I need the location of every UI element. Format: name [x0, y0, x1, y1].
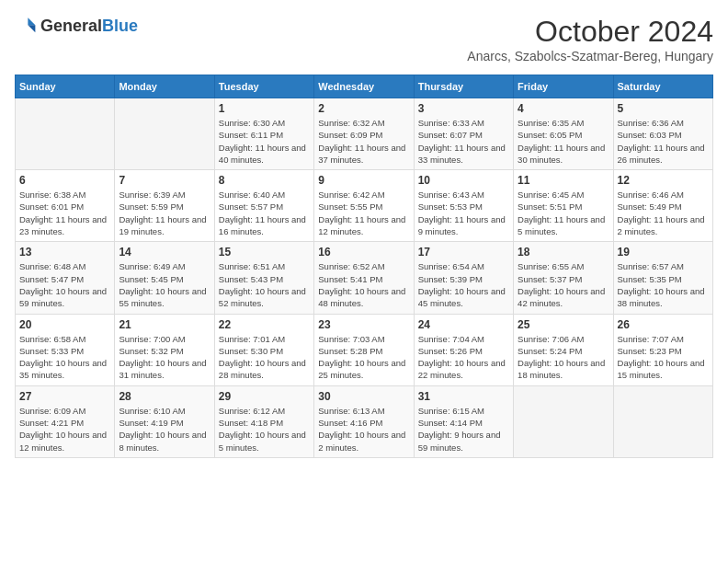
calendar-cell: 10Sunrise: 6:43 AM Sunset: 5:53 PM Dayli…: [414, 170, 513, 242]
calendar-week-row: 6Sunrise: 6:38 AM Sunset: 6:01 PM Daylig…: [16, 170, 713, 242]
day-number: 30: [318, 390, 409, 403]
day-info: Sunrise: 6:52 AM Sunset: 5:41 PM Dayligh…: [318, 260, 409, 309]
location-title: Anarcs, Szabolcs-Szatmar-Bereg, Hungary: [467, 49, 713, 63]
calendar-cell: 26Sunrise: 7:07 AM Sunset: 5:23 PM Dayli…: [613, 314, 712, 385]
day-of-week-header: Saturday: [613, 75, 712, 98]
day-info: Sunrise: 6:48 AM Sunset: 5:47 PM Dayligh…: [19, 260, 110, 309]
calendar-cell: 17Sunrise: 6:54 AM Sunset: 5:39 PM Dayli…: [414, 242, 513, 314]
day-number: 6: [19, 174, 110, 187]
day-info: Sunrise: 6:49 AM Sunset: 5:45 PM Dayligh…: [119, 260, 210, 309]
day-number: 25: [518, 318, 609, 331]
svg-marker-1: [28, 25, 35, 32]
month-title: October 2024: [467, 15, 713, 49]
day-info: Sunrise: 7:01 AM Sunset: 5:30 PM Dayligh…: [219, 333, 310, 382]
logo-icon: [15, 15, 37, 37]
calendar-cell: 15Sunrise: 6:51 AM Sunset: 5:43 PM Dayli…: [214, 242, 313, 314]
day-info: Sunrise: 6:10 AM Sunset: 4:19 PM Dayligh…: [119, 405, 210, 454]
day-info: Sunrise: 7:03 AM Sunset: 5:28 PM Dayligh…: [318, 333, 409, 382]
day-info: Sunrise: 7:00 AM Sunset: 5:32 PM Dayligh…: [119, 333, 210, 382]
calendar-cell: 25Sunrise: 7:06 AM Sunset: 5:24 PM Dayli…: [514, 314, 613, 385]
calendar-cell: 20Sunrise: 6:58 AM Sunset: 5:33 PM Dayli…: [16, 314, 115, 385]
calendar-cell: 8Sunrise: 6:40 AM Sunset: 5:57 PM Daylig…: [214, 170, 313, 242]
calendar-cell: 30Sunrise: 6:13 AM Sunset: 4:16 PM Dayli…: [314, 385, 414, 457]
day-number: 27: [19, 390, 110, 403]
day-number: 22: [219, 318, 310, 331]
logo-general: General: [40, 17, 102, 35]
calendar-cell: 1Sunrise: 6:30 AM Sunset: 6:11 PM Daylig…: [214, 98, 313, 170]
day-info: Sunrise: 6:12 AM Sunset: 4:18 PM Dayligh…: [219, 405, 310, 454]
calendar-cell: 14Sunrise: 6:49 AM Sunset: 5:45 PM Dayli…: [115, 242, 214, 314]
day-number: 28: [119, 390, 210, 403]
day-of-week-header: Sunday: [16, 75, 115, 98]
day-of-week-header: Monday: [115, 75, 214, 98]
day-number: 20: [19, 318, 110, 331]
day-info: Sunrise: 6:54 AM Sunset: 5:39 PM Dayligh…: [418, 260, 509, 309]
day-info: Sunrise: 6:40 AM Sunset: 5:57 PM Dayligh…: [219, 189, 310, 237]
calendar-cell: 31Sunrise: 6:15 AM Sunset: 4:14 PM Dayli…: [414, 385, 513, 457]
day-info: Sunrise: 6:57 AM Sunset: 5:35 PM Dayligh…: [618, 260, 709, 309]
day-number: 1: [219, 102, 310, 115]
logo-blue: Blue: [102, 17, 138, 35]
calendar-cell: 21Sunrise: 7:00 AM Sunset: 5:32 PM Dayli…: [115, 314, 214, 385]
calendar-table: SundayMondayTuesdayWednesdayThursdayFrid…: [15, 75, 713, 458]
day-number: 15: [219, 246, 310, 259]
day-info: Sunrise: 6:39 AM Sunset: 5:59 PM Dayligh…: [119, 189, 210, 237]
calendar-week-row: 20Sunrise: 6:58 AM Sunset: 5:33 PM Dayli…: [16, 314, 713, 385]
day-info: Sunrise: 6:33 AM Sunset: 6:07 PM Dayligh…: [418, 117, 509, 166]
logo: GeneralBlue: [15, 15, 138, 37]
day-number: 16: [318, 246, 409, 259]
day-number: 24: [418, 318, 509, 331]
day-info: Sunrise: 7:06 AM Sunset: 5:24 PM Dayligh…: [518, 333, 609, 382]
day-number: 18: [518, 246, 609, 259]
day-info: Sunrise: 6:36 AM Sunset: 6:03 PM Dayligh…: [618, 117, 709, 166]
day-info: Sunrise: 6:43 AM Sunset: 5:53 PM Dayligh…: [418, 189, 509, 237]
calendar-cell: [514, 385, 613, 457]
calendar-cell: 2Sunrise: 6:32 AM Sunset: 6:09 PM Daylig…: [314, 98, 414, 170]
calendar-cell: 28Sunrise: 6:10 AM Sunset: 4:19 PM Dayli…: [115, 385, 214, 457]
day-number: 3: [418, 102, 509, 115]
calendar-cell: [613, 385, 712, 457]
calendar-cell: 12Sunrise: 6:46 AM Sunset: 5:49 PM Dayli…: [613, 170, 712, 242]
day-of-week-header: Tuesday: [214, 75, 313, 98]
calendar-cell: [16, 98, 115, 170]
calendar-header: SundayMondayTuesdayWednesdayThursdayFrid…: [16, 75, 713, 98]
day-number: 5: [618, 102, 709, 115]
day-info: Sunrise: 7:04 AM Sunset: 5:26 PM Dayligh…: [418, 333, 509, 382]
calendar-cell: 16Sunrise: 6:52 AM Sunset: 5:41 PM Dayli…: [314, 242, 414, 314]
calendar-cell: [115, 98, 214, 170]
calendar-week-row: 1Sunrise: 6:30 AM Sunset: 6:11 PM Daylig…: [16, 98, 713, 170]
day-info: Sunrise: 6:32 AM Sunset: 6:09 PM Dayligh…: [318, 117, 409, 166]
day-info: Sunrise: 6:30 AM Sunset: 6:11 PM Dayligh…: [219, 117, 310, 166]
day-info: Sunrise: 6:55 AM Sunset: 5:37 PM Dayligh…: [518, 260, 609, 309]
day-info: Sunrise: 6:35 AM Sunset: 6:05 PM Dayligh…: [518, 117, 609, 166]
day-number: 8: [219, 174, 310, 187]
title-area: October 2024 Anarcs, Szabolcs-Szatmar-Be…: [467, 15, 713, 63]
calendar-week-row: 13Sunrise: 6:48 AM Sunset: 5:47 PM Dayli…: [16, 242, 713, 314]
calendar-week-row: 27Sunrise: 6:09 AM Sunset: 4:21 PM Dayli…: [16, 385, 713, 457]
calendar-cell: 11Sunrise: 6:45 AM Sunset: 5:51 PM Dayli…: [514, 170, 613, 242]
calendar-cell: 24Sunrise: 7:04 AM Sunset: 5:26 PM Dayli…: [414, 314, 513, 385]
calendar-cell: 23Sunrise: 7:03 AM Sunset: 5:28 PM Dayli…: [314, 314, 414, 385]
svg-marker-0: [28, 17, 35, 25]
calendar-cell: 7Sunrise: 6:39 AM Sunset: 5:59 PM Daylig…: [115, 170, 214, 242]
day-of-week-header: Friday: [514, 75, 613, 98]
calendar-cell: 29Sunrise: 6:12 AM Sunset: 4:18 PM Dayli…: [214, 385, 313, 457]
day-info: Sunrise: 6:58 AM Sunset: 5:33 PM Dayligh…: [19, 333, 110, 382]
day-number: 21: [119, 318, 210, 331]
day-number: 31: [418, 390, 509, 403]
calendar-cell: 27Sunrise: 6:09 AM Sunset: 4:21 PM Dayli…: [16, 385, 115, 457]
day-info: Sunrise: 6:51 AM Sunset: 5:43 PM Dayligh…: [219, 260, 310, 309]
calendar-cell: 5Sunrise: 6:36 AM Sunset: 6:03 PM Daylig…: [613, 98, 712, 170]
day-info: Sunrise: 6:42 AM Sunset: 5:55 PM Dayligh…: [318, 189, 409, 237]
calendar-cell: 4Sunrise: 6:35 AM Sunset: 6:05 PM Daylig…: [514, 98, 613, 170]
day-number: 13: [19, 246, 110, 259]
day-number: 4: [518, 102, 609, 115]
calendar-cell: 13Sunrise: 6:48 AM Sunset: 5:47 PM Dayli…: [16, 242, 115, 314]
calendar-cell: 3Sunrise: 6:33 AM Sunset: 6:07 PM Daylig…: [414, 98, 513, 170]
day-number: 9: [318, 174, 409, 187]
calendar-cell: 18Sunrise: 6:55 AM Sunset: 5:37 PM Dayli…: [514, 242, 613, 314]
day-number: 29: [219, 390, 310, 403]
day-of-week-header: Wednesday: [314, 75, 414, 98]
calendar-cell: 22Sunrise: 7:01 AM Sunset: 5:30 PM Dayli…: [214, 314, 313, 385]
day-number: 12: [618, 174, 709, 187]
